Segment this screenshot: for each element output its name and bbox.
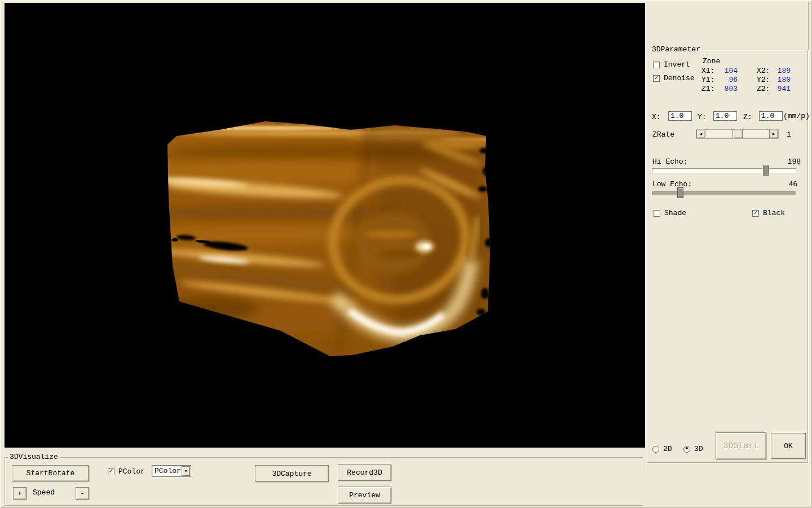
zone-y1-value: 96	[717, 76, 738, 84]
scale-x-input[interactable]	[668, 111, 692, 121]
mode-3d-radio-circle[interactable]: ●	[683, 446, 690, 453]
pcolor-dropdown[interactable]: PColor ▼	[152, 465, 191, 477]
denoise-checkbox[interactable]: ✓ Denoise	[653, 74, 695, 82]
pcolor-checkbox[interactable]: ✓ PColor	[108, 467, 145, 476]
low-echo-slider-thumb[interactable]	[677, 187, 683, 198]
zrate-value: 1	[787, 130, 791, 139]
mode-3d-radio[interactable]: ● 3D	[683, 445, 703, 453]
zone-z2-value: 941	[768, 85, 791, 93]
invert-checkbox-label: Invert	[664, 60, 690, 69]
scale-y-label: Y:	[698, 113, 707, 121]
zone-x1-label: X1:	[701, 67, 714, 75]
zone-y1-label: Y1:	[701, 76, 714, 84]
ok-button[interactable]: OK	[771, 433, 806, 459]
invert-checkbox[interactable]: Invert	[653, 60, 690, 69]
preview-button[interactable]: Preview	[338, 487, 391, 503]
start3d-button[interactable]: 3DStart	[716, 432, 766, 459]
pcolor-checkbox-box[interactable]: ✓	[108, 468, 114, 475]
denoise-checkbox-box[interactable]: ✓	[653, 75, 660, 82]
black-checkbox-label: Black	[763, 209, 785, 217]
mode-2d-radio[interactable]: 2D	[652, 445, 672, 453]
render-viewport[interactable]	[5, 3, 645, 448]
zrate-label: ZRate	[652, 130, 674, 139]
speed-minus-button[interactable]: -	[76, 487, 89, 500]
zone-z1-label: Z1:	[701, 85, 714, 93]
low-echo-label: Low Echo:	[652, 180, 692, 189]
pcolor-checkbox-label: PColor	[118, 467, 145, 476]
visualize-groupbox: 3DVisualize StartRotate ✓ PColor PColor …	[5, 457, 643, 506]
hi-echo-label: Hi Echo:	[652, 157, 687, 166]
zrate-right-arrow-icon[interactable]: ►	[769, 130, 778, 138]
zone-z1-value: 803	[717, 85, 738, 93]
hi-echo-slider-thumb[interactable]	[763, 165, 769, 176]
speed-plus-button[interactable]: +	[13, 487, 27, 500]
speed-label: Speed	[33, 488, 55, 497]
panel-edge-divider	[808, 2, 809, 462]
scale-z-label: Z:	[743, 113, 752, 121]
parameter-groupbox: 3DParameter Invert ✓ Denoise Zone X1: 10…	[647, 50, 808, 463]
zone-title: Zone	[703, 57, 720, 65]
start-rotate-button[interactable]: StartRotate	[12, 465, 89, 481]
zrate-scrollbar-thumb[interactable]	[732, 130, 743, 138]
black-checkbox[interactable]: ✓ Black	[752, 209, 785, 217]
mode-3d-radio-label: 3D	[694, 445, 703, 453]
mode-2d-radio-label: 2D	[663, 445, 672, 453]
volume-3d-render	[5, 3, 645, 448]
zone-y2-value: 180	[768, 76, 791, 84]
scale-z-input[interactable]	[759, 111, 783, 121]
hi-echo-slider-track[interactable]	[652, 168, 796, 173]
zone-x1-value: 104	[717, 67, 738, 75]
denoise-checkbox-label: Denoise	[664, 74, 695, 82]
app-window: 3DParameter Invert ✓ Denoise Zone X1: 10…	[0, 0, 812, 508]
pcolor-dropdown-value: PColor	[155, 467, 181, 475]
low-echo-slider-track[interactable]	[652, 191, 796, 195]
scale-y-input[interactable]	[713, 111, 737, 121]
shade-checkbox-label: Shade	[664, 209, 686, 217]
low-echo-value: 46	[777, 180, 797, 189]
zrate-left-arrow-icon[interactable]: ◄	[696, 130, 705, 138]
zone-x2-value: 189	[768, 67, 791, 75]
parameter-groupbox-title: 3DParameter	[650, 45, 702, 54]
hi-echo-value: 198	[777, 157, 801, 166]
scale-unit-label: (mm/p)	[783, 112, 810, 120]
mode-2d-radio-circle[interactable]	[652, 446, 659, 453]
invert-checkbox-box[interactable]	[653, 62, 660, 68]
black-checkbox-box[interactable]: ✓	[752, 210, 759, 217]
chevron-down-icon[interactable]: ▼	[182, 466, 190, 476]
shade-checkbox[interactable]: Shade	[654, 209, 686, 217]
scale-x-label: X:	[652, 113, 661, 121]
zrate-scrollbar[interactable]: ◄ ►	[696, 129, 779, 139]
record3d-button[interactable]: Record3D	[338, 464, 391, 481]
shade-checkbox-box[interactable]	[654, 210, 660, 217]
visualize-groupbox-title: 3DVisualize	[8, 453, 60, 461]
capture3d-button[interactable]: 3DCapture	[255, 465, 329, 482]
